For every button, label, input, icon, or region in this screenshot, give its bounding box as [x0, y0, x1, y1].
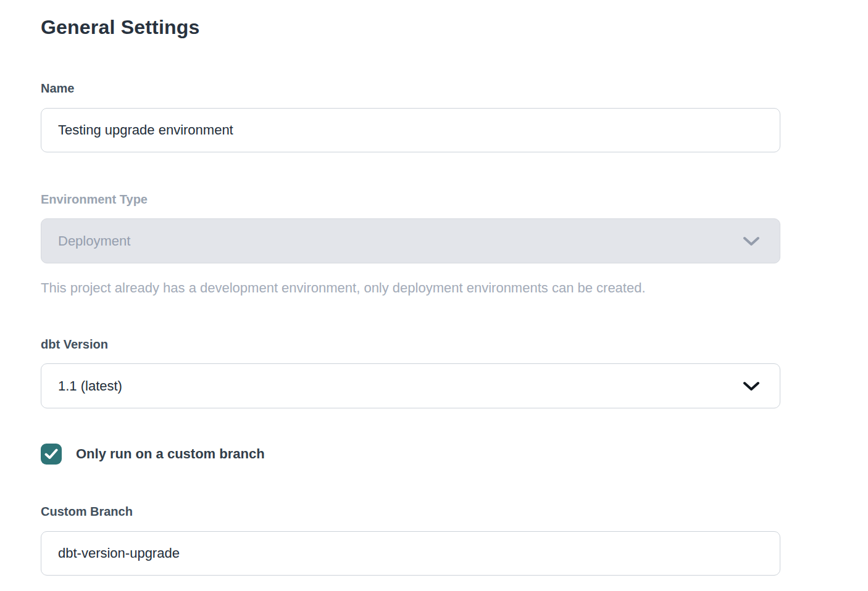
- page-title: General Settings: [41, 15, 780, 39]
- custom-branch-toggle-label[interactable]: Only run on a custom branch: [76, 446, 265, 462]
- dbt-version-value: 1.1 (latest): [58, 378, 122, 394]
- custom-branch-input[interactable]: [41, 531, 780, 576]
- environment-type-helper-text: This project already has a development e…: [41, 279, 780, 297]
- dbt-version-label: dbt Version: [41, 337, 780, 352]
- chevron-down-icon: [743, 236, 759, 246]
- environment-type-select: Deployment: [41, 218, 780, 263]
- custom-branch-label: Custom Branch: [41, 504, 780, 519]
- check-icon: [44, 448, 58, 460]
- environment-type-value: Deployment: [58, 233, 130, 249]
- dbt-version-select[interactable]: 1.1 (latest): [41, 363, 780, 408]
- name-input[interactable]: [41, 108, 780, 152]
- environment-type-label: Environment Type: [41, 192, 780, 207]
- custom-branch-checkbox[interactable]: [41, 444, 62, 465]
- general-settings-page: General Settings Name Environment Type D…: [0, 0, 868, 591]
- name-label: Name: [41, 81, 780, 96]
- general-settings-form: Name Environment Type Deployment This pr…: [41, 81, 780, 576]
- custom-branch-toggle-row: Only run on a custom branch: [41, 444, 780, 465]
- chevron-down-icon: [743, 381, 759, 391]
